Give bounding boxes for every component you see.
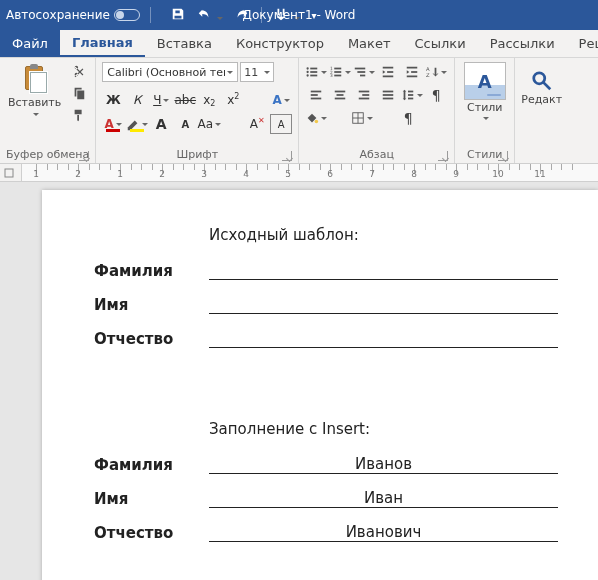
justify-icon bbox=[381, 88, 395, 102]
char-border-button[interactable]: A bbox=[270, 114, 292, 134]
shading-button[interactable] bbox=[305, 108, 327, 128]
font-group-label: Шрифт bbox=[176, 148, 218, 161]
document-page[interactable]: Исходный шаблон: ФамилияИмяОтчество Запо… bbox=[42, 190, 598, 580]
strike-button[interactable]: abc bbox=[174, 90, 196, 110]
svg-text:3: 3 bbox=[330, 73, 333, 78]
tab-insert[interactable]: Вставка bbox=[145, 30, 224, 57]
editing-button[interactable]: Редакт bbox=[521, 62, 562, 106]
field-value: Иван bbox=[362, 489, 405, 507]
workspace: 121234567891011 Исходный шаблон: Фамилия… bbox=[0, 164, 598, 580]
indent-inc-icon bbox=[405, 65, 419, 79]
field-line[interactable] bbox=[209, 298, 558, 314]
section2-row: ИмяИван bbox=[94, 490, 558, 508]
multilevel-icon bbox=[353, 65, 367, 79]
styles-button[interactable]: A Стили bbox=[464, 62, 506, 121]
show-marks-button[interactable]: ¶ bbox=[425, 85, 447, 105]
svg-rect-35 bbox=[408, 91, 413, 93]
section1-row: Фамилия bbox=[94, 262, 558, 280]
shrink-font-button[interactable]: A bbox=[174, 114, 196, 134]
font-name-combo[interactable]: Calibri (Основной текст bbox=[102, 62, 238, 82]
align-right-button[interactable] bbox=[353, 85, 375, 105]
paragraph-marks-button[interactable]: ¶ bbox=[397, 108, 419, 128]
autosave-toggle[interactable]: Автосохранение bbox=[6, 8, 140, 22]
copy-button[interactable] bbox=[69, 84, 89, 102]
section1-title: Исходный шаблон: bbox=[209, 226, 558, 244]
grow-font-button[interactable]: A bbox=[150, 114, 172, 134]
svg-rect-37 bbox=[408, 98, 413, 100]
field-line[interactable]: Иванов bbox=[209, 458, 558, 474]
styles-launcher[interactable] bbox=[498, 151, 508, 161]
paragraph-launcher[interactable] bbox=[438, 151, 448, 161]
indent-dec-icon bbox=[381, 65, 395, 79]
underline-button[interactable]: Ч bbox=[150, 90, 172, 110]
toggle-off-icon bbox=[114, 9, 140, 21]
highlight-button[interactable] bbox=[126, 114, 148, 134]
indent-dec-button[interactable] bbox=[377, 62, 399, 82]
format-painter-button[interactable] bbox=[69, 106, 89, 124]
section1-row: Отчество bbox=[94, 330, 558, 348]
line-spacing-button[interactable] bbox=[401, 85, 423, 105]
tab-references[interactable]: Ссылки bbox=[403, 30, 478, 57]
borders-icon bbox=[351, 111, 365, 125]
numbering-button[interactable]: 123 bbox=[329, 62, 351, 82]
font-color-button[interactable]: A bbox=[102, 114, 124, 134]
bold-button[interactable]: Ж bbox=[102, 90, 124, 110]
numbering-icon: 123 bbox=[329, 65, 343, 79]
superscript-button[interactable]: x2 bbox=[222, 90, 244, 110]
tab-home[interactable]: Главная bbox=[60, 30, 145, 57]
clipboard-launcher[interactable] bbox=[79, 151, 89, 161]
clear-format-button[interactable]: A✕ bbox=[246, 114, 268, 134]
sort-button[interactable]: AZ bbox=[425, 62, 447, 82]
paragraph-group-label: Абзац bbox=[360, 148, 394, 161]
section2-row: ФамилияИванов bbox=[94, 456, 558, 474]
ruler-mark: 6 bbox=[327, 169, 333, 179]
font-launcher[interactable] bbox=[282, 151, 292, 161]
text-effects-button[interactable]: A bbox=[270, 90, 292, 110]
change-case-button[interactable]: Aa bbox=[198, 114, 220, 134]
borders-button[interactable] bbox=[351, 108, 373, 128]
undo-icon[interactable] bbox=[197, 7, 223, 24]
subscript-button[interactable]: x2 bbox=[198, 90, 220, 110]
tab-review[interactable]: Рецензиров bbox=[567, 30, 598, 57]
field-line[interactable]: Иванович bbox=[209, 526, 558, 542]
save-icon[interactable] bbox=[171, 7, 185, 24]
svg-rect-11 bbox=[335, 75, 342, 77]
svg-rect-18 bbox=[407, 67, 418, 69]
tab-design[interactable]: Конструктор bbox=[224, 30, 336, 57]
italic-button[interactable]: К bbox=[126, 90, 148, 110]
align-center-button[interactable] bbox=[329, 85, 351, 105]
indent-inc-button[interactable] bbox=[401, 62, 423, 82]
ruler-mark: 1 bbox=[33, 169, 39, 179]
justify-button[interactable] bbox=[377, 85, 399, 105]
cut-button[interactable] bbox=[69, 62, 89, 80]
group-paragraph: 123 AZ ¶ ¶ Абзац bbox=[299, 58, 455, 163]
svg-rect-17 bbox=[383, 76, 394, 78]
svg-rect-16 bbox=[387, 71, 393, 73]
bullets-button[interactable] bbox=[305, 62, 327, 82]
tab-file[interactable]: Файл bbox=[0, 30, 60, 57]
field-line[interactable]: Иван bbox=[209, 492, 558, 508]
scissors-icon bbox=[72, 64, 86, 78]
ruler-corner[interactable] bbox=[0, 164, 22, 182]
svg-point-42 bbox=[533, 73, 544, 84]
svg-rect-29 bbox=[359, 91, 370, 93]
editing-label: Редакт bbox=[521, 93, 562, 106]
field-label: Отчество bbox=[94, 330, 209, 348]
paste-button[interactable]: Вставить bbox=[6, 62, 63, 119]
bucket-icon bbox=[305, 111, 319, 125]
multilevel-button[interactable] bbox=[353, 62, 375, 82]
font-size-combo[interactable]: 11 bbox=[240, 62, 274, 82]
ribbon-tabs: Файл Главная Вставка Конструктор Макет С… bbox=[0, 30, 598, 58]
align-left-button[interactable] bbox=[305, 85, 327, 105]
tab-mailings[interactable]: Рассылки bbox=[478, 30, 567, 57]
horizontal-ruler[interactable]: 121234567891011 bbox=[22, 164, 598, 182]
sort-icon: AZ bbox=[425, 65, 439, 79]
document-body: Исходный шаблон: ФамилияИмяОтчество Запо… bbox=[42, 190, 598, 542]
field-line[interactable] bbox=[209, 332, 558, 348]
svg-rect-31 bbox=[359, 98, 370, 100]
svg-rect-25 bbox=[311, 98, 322, 100]
tab-layout[interactable]: Макет bbox=[336, 30, 403, 57]
svg-rect-34 bbox=[383, 98, 394, 100]
field-line[interactable] bbox=[209, 264, 558, 280]
bullets-icon bbox=[305, 65, 319, 79]
